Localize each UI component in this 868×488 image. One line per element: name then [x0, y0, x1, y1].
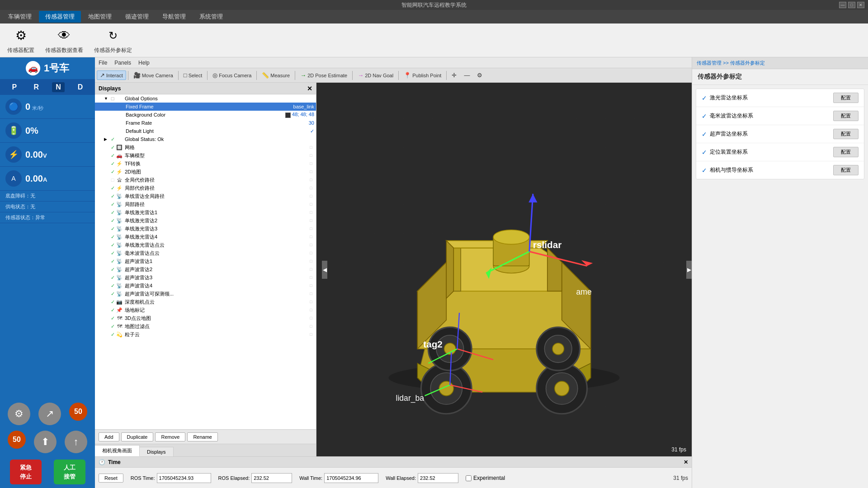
tree-item[interactable]: ✓ 📡 局部路径 □	[95, 200, 316, 208]
control-btn-4[interactable]: ↑	[65, 431, 87, 453]
maximize-btn[interactable]: □	[848, 2, 855, 8]
tree-item[interactable]: ✓ 📡 超声波雷达4 □	[95, 282, 316, 290]
item-check[interactable]: ✓	[109, 258, 116, 264]
tree-item[interactable]: □ 🛣 全局代价路径 □	[95, 176, 316, 184]
item-check[interactable]: ✓	[109, 331, 116, 338]
toolbar-sensor-config[interactable]: ⚙ 传感器配置	[7, 27, 34, 54]
tab-displays[interactable]: Displays	[140, 447, 174, 456]
mmwave-config-btn[interactable]: 配置	[833, 111, 859, 121]
tab-camera[interactable]: 相机视角画面	[95, 445, 140, 456]
item-check[interactable]: ✓	[109, 307, 116, 313]
emergency-stop-btn[interactable]: 紧急停止	[10, 460, 42, 484]
window-controls[interactable]: — □ ✕	[839, 2, 864, 8]
extra-tool-3[interactable]: ⚙	[474, 70, 486, 80]
tree-global-options[interactable]: ▼ □ Global Options	[95, 94, 316, 103]
wall-time-input[interactable]	[324, 473, 378, 483]
gear-D[interactable]: D	[74, 82, 87, 92]
interact-tool[interactable]: ↗ Interact	[97, 70, 126, 80]
tree-item[interactable]: ✓ 🗺 地图过滤点 □	[95, 322, 316, 330]
collapse-left-btn[interactable]: ◀	[322, 261, 327, 279]
item-check[interactable]: ✓	[109, 193, 116, 199]
tree-item[interactable]: ✓ 📡 单线激光雷达3 □	[95, 225, 316, 233]
tree-item[interactable]: ✓ 📡 超声波雷达3 □	[95, 273, 316, 282]
publish-point-tool[interactable]: 📍 Publish Point	[401, 70, 444, 80]
tree-item[interactable]: ✓ 🔲 网格 □	[95, 143, 316, 151]
position-config-btn[interactable]: 配置	[833, 147, 859, 157]
reset-time-btn[interactable]: Reset	[99, 474, 123, 483]
tree-item[interactable]: ✓ 📡 毫米波雷达点云 □	[95, 249, 316, 257]
extra-tool-2[interactable]: —	[461, 70, 473, 80]
item-check[interactable]: ✓	[109, 250, 116, 256]
tree-item[interactable]: ✓ 🗺 3D点云地图 □	[95, 314, 316, 322]
minimize-btn[interactable]: —	[839, 2, 846, 8]
menu-map[interactable]: 地图管理	[82, 11, 118, 23]
collapse-right-btn[interactable]: ▶	[686, 261, 692, 279]
tree-item[interactable]: ✓ ⚡ 2D地图 □	[95, 168, 316, 176]
item-check[interactable]: ✓	[109, 152, 116, 159]
item-check[interactable]: ✓	[109, 234, 116, 240]
rviz-panels-menu[interactable]: Panels	[114, 60, 131, 66]
num-badge-50-2[interactable]: 50	[8, 431, 26, 449]
item-check[interactable]: ✓	[109, 217, 116, 224]
displays-tree[interactable]: ▼ □ Global Options Fixed Frame base_link	[95, 94, 316, 429]
tree-item[interactable]: ✓ 📡 超声波雷达可探测领... □	[95, 290, 316, 298]
status-check[interactable]: ✓	[109, 136, 116, 142]
item-check[interactable]: ✓	[109, 274, 116, 281]
menu-nav[interactable]: 导航管理	[156, 11, 192, 23]
item-check[interactable]: ✓	[109, 242, 116, 248]
experimental-checkbox[interactable]	[466, 475, 472, 481]
tree-bg-color[interactable]: Background Color 48; 48; 48	[95, 111, 316, 119]
duplicate-display-btn[interactable]: Duplicate	[121, 432, 154, 441]
item-check[interactable]: ✓	[109, 291, 116, 297]
item-check[interactable]: ✓	[109, 225, 116, 232]
item-check[interactable]: ✓	[109, 144, 116, 150]
rviz-help-menu[interactable]: Help	[138, 60, 150, 66]
menu-trace[interactable]: 循迹管理	[119, 11, 155, 23]
item-check[interactable]: ✓	[109, 323, 116, 329]
extra-tool-1[interactable]: ✛	[448, 70, 460, 80]
tree-global-status[interactable]: ▶ ✓ Global Status: Ok	[95, 135, 316, 143]
item-check[interactable]: □	[109, 177, 116, 183]
tree-item[interactable]: ✓ 📡 超声波雷达2 □	[95, 265, 316, 273]
focus-camera-tool[interactable]: ◎ Focus Camera	[209, 70, 255, 80]
gear-P[interactable]: P	[9, 82, 21, 92]
tree-item[interactable]: ✓ 📡 单线激光雷达点云 □	[95, 241, 316, 249]
wall-elapsed-input[interactable]	[418, 473, 458, 483]
add-display-btn[interactable]: Add	[99, 432, 119, 441]
rviz-file-menu[interactable]: File	[99, 60, 107, 66]
item-check[interactable]: ✓	[109, 315, 116, 321]
num-badge-50[interactable]: 50	[69, 403, 87, 421]
tree-item[interactable]: ✓ ⚡ 局部代价路径 □	[95, 184, 316, 192]
remove-display-btn[interactable]: Remove	[155, 432, 185, 441]
measure-tool[interactable]: 📏 Measure	[259, 70, 293, 80]
menu-system[interactable]: 系统管理	[193, 11, 229, 23]
item-check[interactable]: ✓	[109, 169, 116, 175]
lidar-config-btn[interactable]: 配置	[833, 93, 859, 103]
toolbar-sensor-data[interactable]: 👁 传感器数据查看	[45, 27, 83, 54]
tree-frame-rate[interactable]: Frame Rate 30	[95, 119, 316, 127]
tree-item[interactable]: ✓ 📌 场地标记 □	[95, 306, 316, 314]
2d-nav-tool[interactable]: → 2D Nav Goal	[354, 70, 396, 80]
displays-close-btn[interactable]: ✕	[307, 85, 312, 92]
control-btn-2[interactable]: ↗	[38, 403, 61, 425]
tree-item[interactable]: ✓ ⚡ TF转换 □	[95, 160, 316, 168]
gear-R[interactable]: R	[30, 82, 42, 92]
rename-display-btn[interactable]: Rename	[187, 432, 218, 441]
close-btn[interactable]: ✕	[857, 2, 864, 8]
item-check[interactable]: ✓	[109, 266, 116, 272]
ros-elapsed-input[interactable]	[251, 473, 292, 483]
tree-item[interactable]: ✓ 📡 超声波雷达1 □	[95, 257, 316, 265]
global-options-check[interactable]: □	[109, 95, 116, 102]
tree-fixed-frame[interactable]: Fixed Frame base_link	[95, 103, 316, 111]
tree-item[interactable]: ✓ 💫 粒子云 □	[95, 330, 316, 338]
camera-config-btn[interactable]: 配置	[833, 165, 859, 175]
tree-item[interactable]: ✓ 📡 单线激光雷达4 □	[95, 233, 316, 241]
item-check[interactable]: ✓	[109, 160, 116, 167]
3d-viewport[interactable]: ◀ ▶	[316, 83, 692, 456]
item-check[interactable]: ✓	[109, 209, 116, 216]
menu-vehicle[interactable]: 车辆管理	[2, 11, 38, 23]
select-tool[interactable]: □ Select	[180, 70, 205, 80]
manual-control-btn[interactable]: 人工接管	[54, 460, 85, 484]
tree-default-light[interactable]: Default Light ✓	[95, 127, 316, 135]
control-btn-1[interactable]: ⚙	[8, 403, 30, 425]
